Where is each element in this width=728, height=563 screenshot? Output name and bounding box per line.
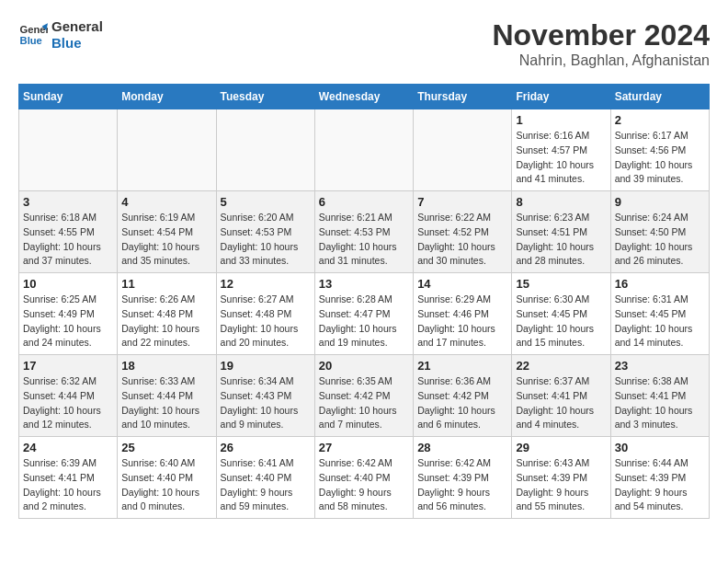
day-number: 28 [417, 441, 507, 454]
day-info: Sunrise: 6:35 AM Sunset: 4:42 PM Dayligh… [319, 374, 409, 432]
day-number: 11 [121, 277, 211, 291]
weekday-header-saturday: Saturday [610, 85, 709, 109]
calendar-cell: 21Sunrise: 6:36 AM Sunset: 4:42 PM Dayli… [414, 355, 512, 437]
day-info: Sunrise: 6:23 AM Sunset: 4:51 PM Dayligh… [516, 211, 606, 269]
day-info: Sunrise: 6:34 AM Sunset: 4:43 PM Dayligh… [221, 374, 311, 432]
calendar-cell: 18Sunrise: 6:33 AM Sunset: 4:44 PM Dayli… [118, 355, 216, 437]
calendar-cell: 30Sunrise: 6:44 AM Sunset: 4:39 PM Dayli… [610, 437, 709, 519]
logo-line1: General [51, 18, 103, 35]
day-info: Sunrise: 6:28 AM Sunset: 4:47 PM Dayligh… [319, 293, 409, 350]
calendar-cell: 11Sunrise: 6:26 AM Sunset: 4:48 PM Dayli… [118, 273, 216, 355]
logo-line2: Blue [51, 35, 103, 52]
calendar-cell: 20Sunrise: 6:35 AM Sunset: 4:42 PM Dayli… [314, 355, 413, 437]
day-info: Sunrise: 6:25 AM Sunset: 4:49 PM Dayligh… [23, 293, 113, 350]
day-info: Sunrise: 6:39 AM Sunset: 4:41 PM Dayligh… [23, 456, 113, 514]
day-info: Sunrise: 6:44 AM Sunset: 4:39 PM Dayligh… [615, 456, 705, 514]
day-info: Sunrise: 6:31 AM Sunset: 4:45 PM Dayligh… [615, 293, 705, 350]
calendar-cell [19, 109, 118, 191]
calendar-cell: 13Sunrise: 6:28 AM Sunset: 4:47 PM Dayli… [314, 273, 413, 355]
day-number: 29 [516, 441, 606, 454]
calendar-cell: 29Sunrise: 6:43 AM Sunset: 4:39 PM Dayli… [512, 437, 610, 519]
calendar-cell: 5Sunrise: 6:20 AM Sunset: 4:53 PM Daylig… [216, 191, 314, 273]
calendar-cell: 25Sunrise: 6:40 AM Sunset: 4:40 PM Dayli… [118, 437, 216, 519]
day-number: 12 [221, 277, 311, 291]
calendar-cell: 3Sunrise: 6:18 AM Sunset: 4:55 PM Daylig… [19, 191, 118, 273]
day-number: 24 [23, 441, 113, 454]
day-info: Sunrise: 6:43 AM Sunset: 4:39 PM Dayligh… [516, 456, 606, 514]
calendar-cell [118, 109, 216, 191]
day-number: 21 [417, 359, 507, 373]
day-info: Sunrise: 6:21 AM Sunset: 4:53 PM Dayligh… [319, 211, 409, 269]
calendar-cell: 4Sunrise: 6:19 AM Sunset: 4:54 PM Daylig… [118, 191, 216, 273]
day-number: 14 [417, 277, 507, 291]
day-info: Sunrise: 6:40 AM Sunset: 4:40 PM Dayligh… [121, 456, 211, 514]
location-subtitle: Nahrin, Baghlan, Afghanistan [492, 52, 710, 69]
day-info: Sunrise: 6:36 AM Sunset: 4:42 PM Dayligh… [417, 374, 507, 432]
calendar-cell: 1Sunrise: 6:16 AM Sunset: 4:57 PM Daylig… [512, 109, 610, 191]
month-title: November 2024 [492, 18, 710, 52]
day-number: 5 [221, 195, 311, 209]
weekday-header-friday: Friday [512, 85, 610, 109]
calendar-cell: 8Sunrise: 6:23 AM Sunset: 4:51 PM Daylig… [512, 191, 610, 273]
day-info: Sunrise: 6:38 AM Sunset: 4:41 PM Dayligh… [615, 374, 705, 432]
day-number: 9 [615, 195, 705, 209]
calendar-cell: 7Sunrise: 6:22 AM Sunset: 4:52 PM Daylig… [414, 191, 512, 273]
day-number: 20 [319, 359, 409, 373]
weekday-header-tuesday: Tuesday [216, 85, 314, 109]
logo: General Blue General Blue [18, 18, 103, 52]
day-info: Sunrise: 6:17 AM Sunset: 4:56 PM Dayligh… [615, 129, 705, 187]
day-info: Sunrise: 6:26 AM Sunset: 4:48 PM Dayligh… [121, 293, 211, 350]
calendar-cell: 19Sunrise: 6:34 AM Sunset: 4:43 PM Dayli… [216, 355, 314, 437]
day-info: Sunrise: 6:18 AM Sunset: 4:55 PM Dayligh… [23, 211, 113, 269]
calendar-cell: 2Sunrise: 6:17 AM Sunset: 4:56 PM Daylig… [610, 109, 709, 191]
day-number: 27 [319, 441, 409, 454]
calendar-cell: 12Sunrise: 6:27 AM Sunset: 4:48 PM Dayli… [216, 273, 314, 355]
calendar-cell: 24Sunrise: 6:39 AM Sunset: 4:41 PM Dayli… [19, 437, 118, 519]
header: General Blue General Blue November 2024 … [18, 18, 710, 69]
calendar-cell: 26Sunrise: 6:41 AM Sunset: 4:40 PM Dayli… [216, 437, 314, 519]
day-number: 6 [319, 195, 409, 209]
day-number: 18 [121, 359, 211, 373]
day-number: 26 [221, 441, 311, 454]
day-number: 25 [121, 441, 211, 454]
day-info: Sunrise: 6:41 AM Sunset: 4:40 PM Dayligh… [221, 456, 311, 514]
weekday-header-monday: Monday [118, 85, 216, 109]
weekday-header-thursday: Thursday [414, 85, 512, 109]
day-number: 17 [23, 359, 113, 373]
calendar-cell [216, 109, 314, 191]
calendar-cell: 17Sunrise: 6:32 AM Sunset: 4:44 PM Dayli… [19, 355, 118, 437]
calendar-cell: 9Sunrise: 6:24 AM Sunset: 4:50 PM Daylig… [610, 191, 709, 273]
weekday-header-sunday: Sunday [19, 85, 118, 109]
day-number: 15 [516, 277, 606, 291]
day-info: Sunrise: 6:20 AM Sunset: 4:53 PM Dayligh… [221, 211, 311, 269]
day-number: 2 [615, 113, 705, 127]
day-info: Sunrise: 6:27 AM Sunset: 4:48 PM Dayligh… [221, 293, 311, 350]
calendar-week-row: 10Sunrise: 6:25 AM Sunset: 4:49 PM Dayli… [19, 273, 710, 355]
calendar-cell: 28Sunrise: 6:42 AM Sunset: 4:39 PM Dayli… [414, 437, 512, 519]
day-info: Sunrise: 6:42 AM Sunset: 4:40 PM Dayligh… [319, 456, 409, 514]
calendar-cell: 10Sunrise: 6:25 AM Sunset: 4:49 PM Dayli… [19, 273, 118, 355]
weekday-header-row: SundayMondayTuesdayWednesdayThursdayFrid… [19, 85, 710, 109]
day-number: 1 [516, 113, 606, 127]
calendar-cell: 15Sunrise: 6:30 AM Sunset: 4:45 PM Dayli… [512, 273, 610, 355]
day-info: Sunrise: 6:42 AM Sunset: 4:39 PM Dayligh… [417, 456, 507, 514]
day-number: 4 [121, 195, 211, 209]
calendar-week-row: 1Sunrise: 6:16 AM Sunset: 4:57 PM Daylig… [19, 109, 710, 191]
calendar-week-row: 3Sunrise: 6:18 AM Sunset: 4:55 PM Daylig… [19, 191, 710, 273]
calendar-cell [314, 109, 413, 191]
calendar-cell [414, 109, 512, 191]
calendar-cell: 22Sunrise: 6:37 AM Sunset: 4:41 PM Dayli… [512, 355, 610, 437]
day-info: Sunrise: 6:30 AM Sunset: 4:45 PM Dayligh… [516, 293, 606, 350]
day-info: Sunrise: 6:32 AM Sunset: 4:44 PM Dayligh… [23, 374, 113, 432]
calendar-cell: 14Sunrise: 6:29 AM Sunset: 4:46 PM Dayli… [414, 273, 512, 355]
day-info: Sunrise: 6:22 AM Sunset: 4:52 PM Dayligh… [417, 211, 507, 269]
day-number: 22 [516, 359, 606, 373]
day-info: Sunrise: 6:24 AM Sunset: 4:50 PM Dayligh… [615, 211, 705, 269]
day-number: 30 [615, 441, 705, 454]
day-info: Sunrise: 6:29 AM Sunset: 4:46 PM Dayligh… [417, 293, 507, 350]
weekday-header-wednesday: Wednesday [314, 85, 413, 109]
calendar-cell: 6Sunrise: 6:21 AM Sunset: 4:53 PM Daylig… [314, 191, 413, 273]
svg-text:Blue: Blue [20, 35, 42, 46]
calendar-cell: 16Sunrise: 6:31 AM Sunset: 4:45 PM Dayli… [610, 273, 709, 355]
day-info: Sunrise: 6:19 AM Sunset: 4:54 PM Dayligh… [121, 211, 211, 269]
